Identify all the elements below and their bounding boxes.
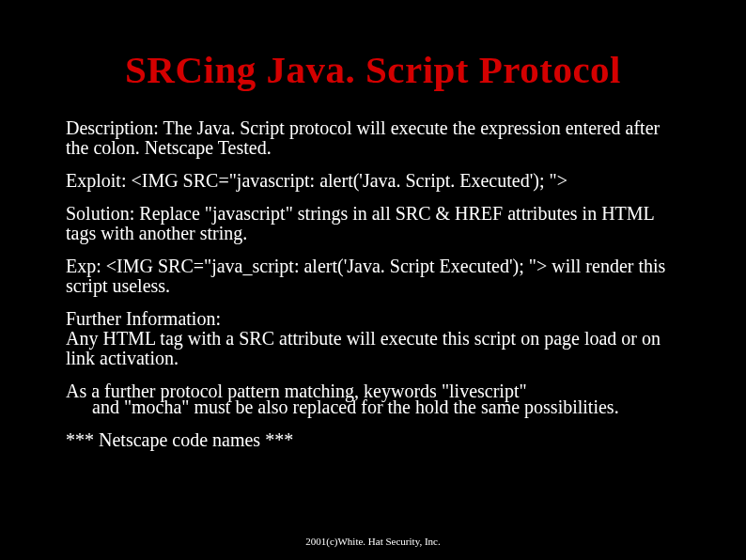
slide-footer: 2001(c)White. Hat Security, Inc.: [0, 536, 746, 547]
paragraph-6: and "mocha" must be also replaced for th…: [66, 397, 680, 417]
paragraph-3: Exp: <IMG SRC="java_script: alert('Java.…: [66, 257, 680, 296]
paragraph-4: Further Information:Any HTML tag with a …: [66, 309, 680, 368]
paragraph-0: Description: The Java. Script protocol w…: [66, 118, 680, 158]
slide-container: SRCing Java. Script Protocol Description…: [0, 0, 746, 560]
paragraph-7: *** Netscape code names ***: [66, 430, 680, 450]
slide-title: SRCing Java. Script Protocol: [66, 47, 680, 92]
paragraph-1: Exploit: <IMG SRC="javascript: alert('Ja…: [66, 171, 680, 191]
slide-body: Description: The Java. Script protocol w…: [66, 118, 680, 450]
paragraph-2: Solution: Replace "javascript" strings i…: [66, 204, 680, 243]
